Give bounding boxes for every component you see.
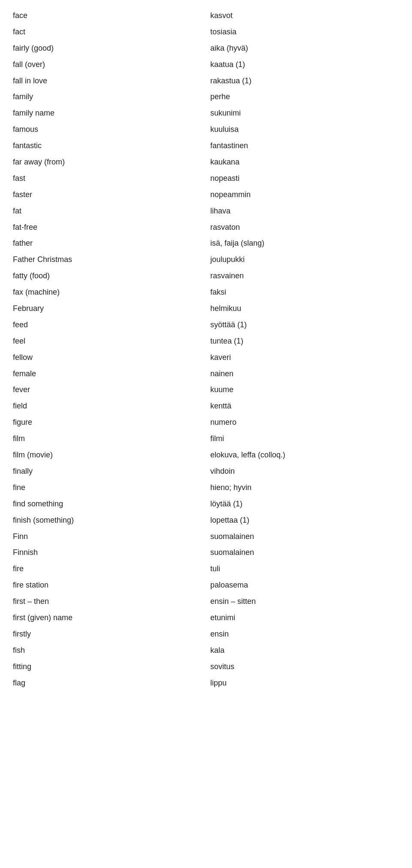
finnish-word: hieno; hyvin bbox=[206, 480, 399, 496]
finnish-word: kuuluisa bbox=[206, 122, 399, 138]
english-word: fellow bbox=[13, 350, 206, 366]
english-word: film (movie) bbox=[13, 447, 206, 463]
finnish-word: nopeasti bbox=[206, 171, 399, 187]
finnish-word: perhe bbox=[206, 89, 399, 105]
finnish-word: sukunimi bbox=[206, 105, 399, 122]
english-word: fire station bbox=[13, 577, 206, 594]
english-word: family name bbox=[13, 105, 206, 122]
english-word: Father Christmas bbox=[13, 252, 206, 268]
english-word: field bbox=[13, 398, 206, 414]
finnish-word: faksi bbox=[206, 284, 399, 301]
finnish-word: löytää (1) bbox=[206, 496, 399, 512]
finnish-word: ensin – sitten bbox=[206, 594, 399, 610]
finnish-word: kala bbox=[206, 643, 399, 659]
english-word: faster bbox=[13, 187, 206, 203]
finnish-word: filmi bbox=[206, 431, 399, 447]
english-word: fall in love bbox=[13, 73, 206, 89]
english-word: female bbox=[13, 366, 206, 382]
english-word: find something bbox=[13, 496, 206, 512]
finnish-word: helmikuu bbox=[206, 301, 399, 317]
english-word: firstly bbox=[13, 626, 206, 643]
finnish-word: kasvot bbox=[206, 8, 399, 24]
english-word: fax (machine) bbox=[13, 284, 206, 301]
finnish-word: elokuva, leffa (colloq.) bbox=[206, 447, 399, 463]
finnish-word: tosiasia bbox=[206, 24, 399, 40]
finnish-word: rakastua (1) bbox=[206, 73, 399, 89]
english-word: first (given) name bbox=[13, 610, 206, 626]
finnish-word: kuume bbox=[206, 382, 399, 398]
english-word: fact bbox=[13, 24, 206, 40]
finnish-word: ensin bbox=[206, 626, 399, 643]
finnish-word: aika (hyvä) bbox=[206, 40, 399, 57]
finnish-word: tuntea (1) bbox=[206, 333, 399, 350]
english-word: fire bbox=[13, 561, 206, 577]
finnish-word: lihava bbox=[206, 203, 399, 219]
english-word: father bbox=[13, 235, 206, 252]
finnish-word: kaveri bbox=[206, 350, 399, 366]
finnish-word: suomalainen bbox=[206, 545, 399, 561]
finnish-word: nopeammin bbox=[206, 187, 399, 203]
english-word: Finn bbox=[13, 529, 206, 545]
english-word: film bbox=[13, 431, 206, 447]
finnish-word: kaatua (1) bbox=[206, 57, 399, 73]
english-word: figure bbox=[13, 414, 206, 431]
finnish-word: joulupukki bbox=[206, 252, 399, 268]
english-word: fine bbox=[13, 480, 206, 496]
english-word: fever bbox=[13, 382, 206, 398]
finnish-word: sovitus bbox=[206, 659, 399, 675]
finnish-word: paloasema bbox=[206, 577, 399, 594]
english-word: fat bbox=[13, 203, 206, 219]
finnish-word: vihdoin bbox=[206, 463, 399, 480]
finnish-word: syöttää (1) bbox=[206, 317, 399, 333]
english-word: Finnish bbox=[13, 545, 206, 561]
english-word: February bbox=[13, 301, 206, 317]
english-word: feel bbox=[13, 333, 206, 350]
english-word: family bbox=[13, 89, 206, 105]
english-word: finish (something) bbox=[13, 512, 206, 529]
finnish-word: nainen bbox=[206, 366, 399, 382]
finnish-word: numero bbox=[206, 414, 399, 431]
finnish-word: lippu bbox=[206, 675, 399, 691]
english-word: fantastic bbox=[13, 138, 206, 154]
english-word: fat-free bbox=[13, 219, 206, 236]
english-word: flag bbox=[13, 675, 206, 691]
finnish-word: rasvaton bbox=[206, 219, 399, 236]
finnish-word: etunimi bbox=[206, 610, 399, 626]
english-word: far away (from) bbox=[13, 154, 206, 171]
english-word: fish bbox=[13, 643, 206, 659]
english-word: face bbox=[13, 8, 206, 24]
finnish-word: isä, faija (slang) bbox=[206, 235, 399, 252]
english-word: feed bbox=[13, 317, 206, 333]
english-word: fast bbox=[13, 171, 206, 187]
english-word: finally bbox=[13, 463, 206, 480]
english-word: fairly (good) bbox=[13, 40, 206, 57]
finnish-word: lopettaa (1) bbox=[206, 512, 399, 529]
english-word: first – then bbox=[13, 594, 206, 610]
english-word: fall (over) bbox=[13, 57, 206, 73]
finnish-word: kenttä bbox=[206, 398, 399, 414]
word-list: facekasvotfacttosiasiafairly (good)aika … bbox=[13, 8, 399, 691]
finnish-word: kaukana bbox=[206, 154, 399, 171]
finnish-word: rasvainen bbox=[206, 268, 399, 284]
finnish-word: tuli bbox=[206, 561, 399, 577]
finnish-word: fantastinen bbox=[206, 138, 399, 154]
english-word: famous bbox=[13, 122, 206, 138]
english-word: fitting bbox=[13, 659, 206, 675]
finnish-word: suomalainen bbox=[206, 529, 399, 545]
english-word: fatty (food) bbox=[13, 268, 206, 284]
